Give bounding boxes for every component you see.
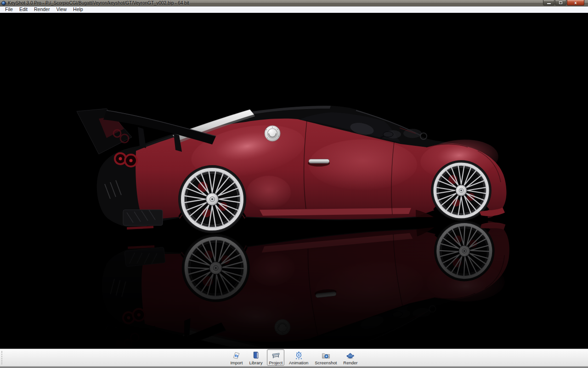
screenshot-icon [321,351,331,360]
animation-label: Animation [289,360,308,365]
restore-button[interactable] [555,0,566,6]
render-button[interactable]: Render [341,349,359,366]
minimize-button[interactable] [543,0,554,6]
keyshot-logo-icon [1,1,6,6]
render-icon [345,351,355,360]
title-bar[interactable]: KeyShot 3.0 Pro - P:/_ScorpioCGI/Bugatti… [0,0,588,6]
close-icon: x [574,0,577,5]
screenshot-label: Screenshot [315,360,337,365]
import-label: Import [230,360,243,365]
window-controls: x [543,0,584,6]
window-title: KeyShot 3.0 Pro - P:/_ScorpioCGI/Bugatti… [8,0,189,6]
menu-view[interactable]: View [53,6,70,12]
animation-icon [294,351,304,360]
project-label: Project [269,360,283,365]
car-render [0,13,588,349]
project-button[interactable]: Project [267,349,284,366]
toolbar-grip[interactable] [1,351,2,364]
main-toolbar: Import Library Project Animati [0,349,588,366]
render-label: Render [343,360,357,365]
car-body [77,105,506,233]
import-icon [232,351,241,360]
menu-edit[interactable]: Edit [16,6,31,12]
menu-render[interactable]: Render [31,6,53,12]
library-icon [251,351,260,360]
project-icon [271,351,281,360]
library-button[interactable]: Library [247,349,264,366]
minimize-icon [547,3,551,4]
import-button[interactable]: Import [228,349,244,366]
screenshot-button[interactable]: Screenshot [313,349,339,366]
menu-file[interactable]: File [2,6,16,12]
animation-button[interactable]: Animation [287,349,310,366]
window-bottom-edge [0,366,588,368]
menu-help[interactable]: Help [70,6,86,12]
library-label: Library [249,360,262,365]
close-button[interactable]: x [567,0,584,6]
restore-icon [559,1,562,4]
render-viewport[interactable] [0,13,588,349]
menu-bar: File Edit Render View Help [0,6,588,13]
